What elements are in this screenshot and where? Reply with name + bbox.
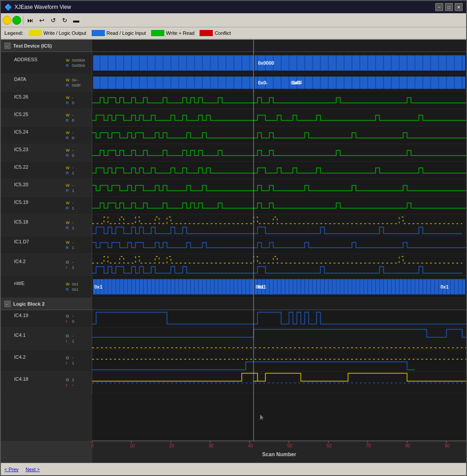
title-bar: 🔷 XJEase Waveform View − □ ✕ [1,1,466,13]
toolbar-btn-back[interactable]: ↩ [37,15,47,26]
legend-bar: Legend: Write / Logic Output Read / Logi… [1,27,466,40]
legend-write-read: Write + Read [151,30,194,36]
legend-text-write-read: Write + Read [166,30,194,36]
restore-button[interactable]: □ [445,3,453,11]
app-window: 🔷 XJEase Waveform View − □ ✕ ⏭ ↩ ↺ ↻ ▬ L… [0,0,467,476]
legend-conflict: Conflict [200,30,231,36]
toolbar: ⏭ ↩ ↺ ↻ ▬ [1,13,466,27]
window-title: XJEase Waveform View [15,4,71,10]
legend-color-read [92,30,105,36]
toolbar-btn-forward[interactable]: ⏭ [25,15,36,26]
toolbar-btn-extra[interactable]: ▬ [71,15,82,26]
next-button[interactable]: Next > [26,467,40,472]
legend-color-write-read [151,30,164,36]
legend-read: Read / Logic Input [92,30,146,36]
minimize-button[interactable]: − [435,3,443,11]
toolbar-btn-redo[interactable]: ↻ [59,15,70,26]
app-icon: 🔷 [4,4,12,11]
toolbar-btn-undo[interactable]: ↺ [48,15,59,26]
toolbar-separator-1 [23,16,23,25]
content-area [1,40,466,463]
status-bar: < Prev Next > [1,463,466,475]
waveform-canvas[interactable] [1,40,466,463]
legend-text-write: Write / Logic Output [44,30,86,36]
toolbar-icon-1 [3,16,11,25]
prev-button[interactable]: < Prev [4,467,19,472]
legend-color-conflict [200,30,213,36]
toolbar-icon-2 [12,16,21,25]
legend-text-conflict: Conflict [215,30,231,36]
legend-write: Write / Logic Output [29,30,86,36]
close-button[interactable]: ✕ [455,3,463,11]
legend-label: Legend: [4,30,23,36]
legend-text-read: Read / Logic Input [107,30,146,36]
legend-color-write [29,30,42,36]
